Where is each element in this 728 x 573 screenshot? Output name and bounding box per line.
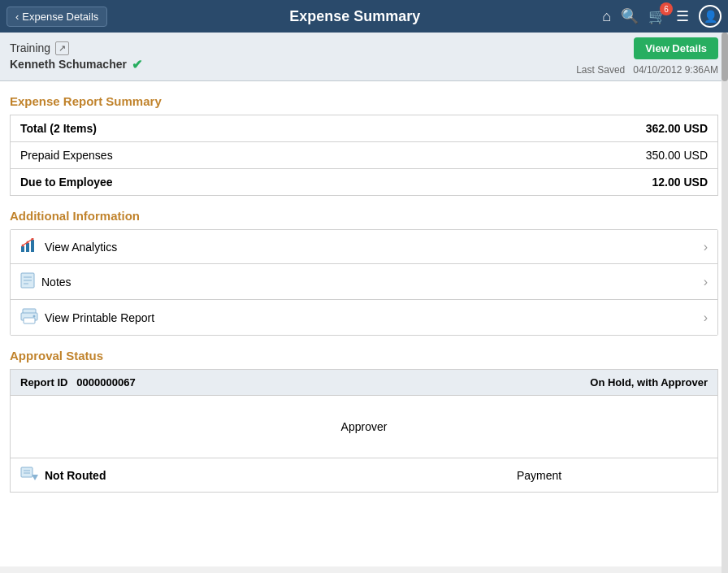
analytics-item-left: View Analytics [20, 238, 117, 255]
expense-report-title: Expense Report Summary [10, 94, 718, 108]
view-details-button[interactable]: View Details [634, 37, 718, 59]
svg-rect-2 [31, 240, 34, 252]
back-arrow-icon: ‹ [15, 11, 19, 23]
payment-cell: Payment [361, 458, 717, 493]
user-circle-icon[interactable]: 👤 [699, 5, 722, 28]
notes-item-left: Notes [20, 272, 72, 291]
search-icon[interactable]: 🔍 [621, 7, 639, 25]
svg-rect-1 [26, 243, 29, 252]
not-routed-cell: Not Routed [11, 458, 362, 493]
expense-summary-table: Total (2 Items) 362.00 USD Prepaid Expen… [10, 115, 718, 196]
analytics-item[interactable]: View Analytics › [11, 230, 717, 264]
last-saved-label: Last Saved [576, 64, 625, 76]
analytics-label: View Analytics [45, 241, 117, 254]
additional-info-list: View Analytics › Notes [10, 229, 718, 336]
svg-rect-0 [21, 246, 24, 252]
checkmark-icon: ✔ [132, 57, 142, 72]
last-saved-row: Last Saved 04/10/2012 9:36AM [576, 64, 718, 76]
back-button[interactable]: ‹ Expense Details [6, 7, 107, 27]
not-routed-label: Not Routed [45, 469, 106, 482]
table-row: Due to Employee 12.00 USD [11, 169, 718, 196]
header-icons: ⌂ 🔍 🛒 6 ☰ 👤 [602, 5, 722, 28]
sub-header: Training ↗ Kenneth Schumacher ✔ View Det… [0, 33, 728, 81]
main-content: Expense Report Summary Total (2 Items) 3… [0, 81, 728, 566]
chevron-right-icon: › [704, 275, 708, 289]
cart-icon[interactable]: 🛒 6 [648, 7, 666, 25]
additional-info-title: Additional Information [10, 209, 718, 223]
table-row: Prepaid Expenses 350.00 USD [11, 142, 718, 169]
top-header: ‹ Expense Details Expense Summary ⌂ 🔍 🛒 … [0, 0, 728, 33]
approval-status-title: Approval Status [10, 349, 718, 362]
training-row: Training ↗ [10, 41, 142, 55]
table-row: Total (2 Items) 362.00 USD [11, 115, 718, 142]
user-row: Kenneth Schumacher ✔ [10, 57, 142, 72]
due-label: Due to Employee [11, 169, 420, 196]
cart-badge: 6 [660, 2, 673, 15]
on-hold-cell: On Hold, with Approver [361, 370, 717, 396]
chevron-right-icon: › [704, 310, 708, 325]
report-id-value: 0000000067 [76, 376, 135, 389]
approver-row: Approver [11, 396, 718, 458]
report-id-cell: Report ID 0000000067 [11, 370, 362, 396]
menu-icon[interactable]: ☰ [676, 7, 689, 25]
not-routed-row: Not Routed Payment [11, 458, 718, 493]
home-icon[interactable]: ⌂ [602, 8, 611, 25]
approver-cell: Approver [11, 396, 718, 458]
svg-rect-14 [21, 467, 32, 477]
analytics-icon [20, 238, 38, 255]
svg-marker-17 [32, 475, 38, 480]
approval-header-row: Report ID 0000000067 On Hold, with Appro… [11, 370, 718, 396]
due-amount: 12.00 USD [419, 169, 717, 196]
user-name: Kenneth Schumacher [10, 58, 127, 71]
notes-item[interactable]: Notes › [11, 264, 717, 300]
print-label: View Printable Report [45, 311, 154, 324]
scrollbar[interactable] [722, 33, 728, 573]
print-item[interactable]: View Printable Report › [11, 300, 717, 335]
svg-rect-12 [24, 318, 35, 323]
scrollbar-thumb[interactable] [722, 33, 728, 81]
last-saved-value: 04/10/2012 9:36AM [633, 64, 718, 76]
sub-header-left: Training ↗ Kenneth Schumacher ✔ [10, 41, 142, 72]
prepaid-amount: 350.00 USD [419, 142, 717, 169]
external-link-icon[interactable]: ↗ [55, 41, 69, 55]
approval-table: Report ID 0000000067 On Hold, with Appro… [10, 369, 718, 493]
svg-point-4 [27, 241, 29, 244]
notes-label: Notes [41, 276, 72, 289]
svg-point-13 [33, 315, 36, 318]
svg-point-3 [22, 245, 24, 247]
total-amount: 362.00 USD [419, 115, 717, 142]
back-label: Expense Details [22, 11, 98, 23]
not-routed-icon [20, 467, 38, 484]
prepaid-label: Prepaid Expenses [11, 142, 420, 169]
print-icon [20, 308, 38, 327]
notes-icon [20, 272, 35, 291]
page-title: Expense Summary [107, 8, 602, 25]
chevron-right-icon: › [704, 240, 708, 254]
training-label: Training [10, 41, 50, 54]
sub-header-right: View Details Last Saved 04/10/2012 9:36A… [576, 37, 718, 76]
total-label: Total (2 Items) [11, 115, 420, 142]
print-item-left: View Printable Report [20, 308, 154, 327]
